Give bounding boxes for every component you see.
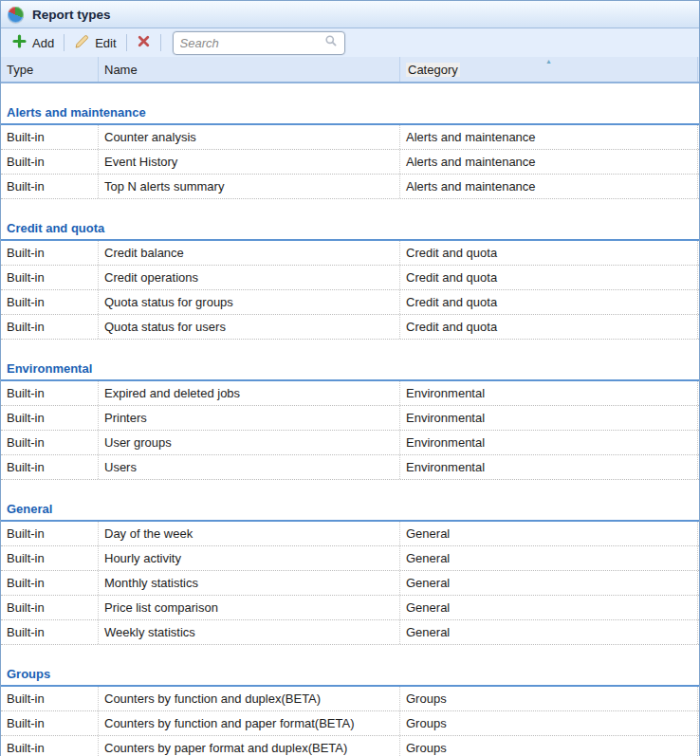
cell-name: Hourly activity bbox=[99, 546, 400, 570]
window-title: Report types bbox=[32, 8, 111, 22]
cell-type: Built-in bbox=[1, 431, 99, 454]
group-title: Alerts and maintenance bbox=[7, 104, 146, 121]
table-row[interactable]: Built-inMonthly statisticsGeneral bbox=[1, 571, 699, 596]
table-row[interactable]: Built-inExpired and deleted jobsEnvironm… bbox=[1, 381, 699, 406]
cell-category: Groups bbox=[400, 687, 698, 710]
search-box[interactable] bbox=[173, 31, 345, 55]
cell-type: Built-in bbox=[1, 241, 99, 265]
cell-type: Built-in bbox=[1, 315, 99, 339]
cell-category: Groups bbox=[400, 711, 698, 735]
cell-category: General bbox=[400, 571, 698, 595]
group-title: Environmental bbox=[7, 360, 92, 378]
toolbar: Add Edit bbox=[1, 28, 699, 57]
cell-category: General bbox=[400, 620, 698, 644]
table-row[interactable]: Built-inUser groupsEnvironmental bbox=[1, 431, 699, 455]
table-row[interactable]: Built-inEvent HistoryAlerts and maintena… bbox=[1, 150, 699, 175]
column-header-category[interactable]: ▲ Category bbox=[400, 57, 698, 82]
report-list: Alerts and maintenanceBuilt-inCounter an… bbox=[1, 83, 699, 756]
red-x-icon bbox=[137, 34, 151, 51]
cell-category: Credit and quota bbox=[400, 266, 698, 289]
group-header: Environmental bbox=[1, 340, 699, 381]
cell-type: Built-in bbox=[1, 455, 99, 479]
cell-category: Alerts and maintenance bbox=[400, 175, 698, 198]
cell-name: Counters by function and duplex(BETA) bbox=[99, 687, 400, 710]
cell-name: Price list comparison bbox=[99, 596, 400, 619]
toolbar-separator bbox=[126, 34, 127, 51]
cell-type: Built-in bbox=[1, 571, 99, 595]
cell-name: Printers bbox=[99, 406, 400, 430]
group-header: General bbox=[1, 480, 699, 522]
group-header: Alerts and maintenance bbox=[1, 83, 699, 125]
column-header-type[interactable]: Type bbox=[1, 57, 99, 82]
group-title: General bbox=[7, 501, 52, 518]
add-button-label: Add bbox=[32, 36, 54, 50]
cell-name: User groups bbox=[99, 431, 400, 454]
table-row[interactable]: Built-inUsersEnvironmental bbox=[1, 455, 699, 480]
cell-category: General bbox=[400, 596, 698, 619]
cell-type: Built-in bbox=[1, 687, 99, 710]
group-header: Groups bbox=[1, 645, 699, 687]
table-row[interactable]: Built-inCounters by function and paper f… bbox=[1, 711, 699, 736]
cell-type: Built-in bbox=[1, 125, 99, 149]
cell-category: Groups bbox=[400, 736, 698, 756]
cell-type: Built-in bbox=[1, 175, 99, 198]
cell-name: Top N alerts summary bbox=[99, 175, 400, 198]
table-row[interactable]: Built-inCounters by function and duplex(… bbox=[1, 687, 699, 711]
toolbar-separator bbox=[160, 34, 161, 51]
column-header-name-label: Name bbox=[104, 63, 138, 77]
cell-category: Credit and quota bbox=[400, 241, 698, 265]
cell-name: Counters by paper format and duplex(BETA… bbox=[99, 736, 400, 756]
table-row[interactable]: Built-inDay of the weekGeneral bbox=[1, 522, 699, 546]
table-row[interactable]: Built-inHourly activityGeneral bbox=[1, 546, 699, 571]
table-row[interactable]: Built-inQuota status for usersCredit and… bbox=[1, 315, 699, 340]
sort-ascending-arrow: ▲ bbox=[545, 58, 552, 65]
cell-name: Counter analysis bbox=[99, 125, 400, 149]
column-header-category-label: Category bbox=[406, 63, 460, 77]
cell-name: Quota status for groups bbox=[99, 290, 400, 314]
edit-button[interactable]: Edit bbox=[70, 32, 120, 54]
pie-chart-icon bbox=[8, 7, 24, 23]
table-row[interactable]: Built-inCredit operationsCredit and quot… bbox=[1, 266, 699, 290]
table-row[interactable]: Built-inPrice list comparisonGeneral bbox=[1, 596, 699, 620]
magnifier-icon bbox=[324, 34, 338, 51]
cell-name: Counters by function and paper format(BE… bbox=[99, 711, 400, 735]
table-row[interactable]: Built-inTop N alerts summaryAlerts and m… bbox=[1, 175, 699, 199]
title-bar: Report types bbox=[1, 1, 699, 28]
cell-type: Built-in bbox=[1, 711, 99, 735]
cell-type: Built-in bbox=[1, 406, 99, 430]
cell-category: Credit and quota bbox=[400, 315, 698, 339]
delete-button[interactable] bbox=[133, 32, 155, 53]
search-input[interactable] bbox=[180, 36, 324, 50]
table-row[interactable]: Built-inPrintersEnvironmental bbox=[1, 406, 699, 431]
pencil-icon bbox=[74, 34, 89, 52]
cell-type: Built-in bbox=[1, 546, 99, 570]
group-title: Credit and quota bbox=[7, 220, 104, 237]
table-row[interactable]: Built-inCredit balanceCredit and quota bbox=[1, 241, 699, 266]
cell-type: Built-in bbox=[1, 381, 99, 405]
column-header-type-label: Type bbox=[7, 63, 33, 77]
table-row[interactable]: Built-inCounter analysisAlerts and maint… bbox=[1, 125, 699, 150]
cell-type: Built-in bbox=[1, 290, 99, 314]
toolbar-separator bbox=[64, 34, 64, 51]
cell-category: Environmental bbox=[400, 431, 698, 454]
cell-category: Alerts and maintenance bbox=[400, 125, 698, 149]
cell-name: Day of the week bbox=[99, 522, 400, 545]
cell-name: Weekly statistics bbox=[99, 620, 400, 644]
cell-name: Credit operations bbox=[99, 266, 400, 289]
cell-type: Built-in bbox=[1, 266, 99, 289]
column-header-name[interactable]: Name bbox=[99, 57, 400, 82]
cell-type: Built-in bbox=[1, 736, 99, 756]
table-row[interactable]: Built-inQuota status for groupsCredit an… bbox=[1, 290, 699, 315]
group-title: Groups bbox=[7, 666, 50, 683]
cell-name: Monthly statistics bbox=[99, 571, 400, 595]
cell-category: General bbox=[400, 522, 698, 545]
group-header: Credit and quota bbox=[1, 199, 699, 241]
table-row[interactable]: Built-inWeekly statisticsGeneral bbox=[1, 620, 699, 645]
cell-type: Built-in bbox=[1, 620, 99, 644]
table-row[interactable]: Built-inCounters by paper format and dup… bbox=[1, 736, 699, 756]
edit-button-label: Edit bbox=[95, 36, 116, 50]
cell-category: Environmental bbox=[400, 381, 698, 405]
add-button[interactable]: Add bbox=[9, 32, 58, 53]
cell-category: Credit and quota bbox=[400, 290, 698, 314]
report-types-window: Report types Add Edit bbox=[0, 0, 700, 756]
